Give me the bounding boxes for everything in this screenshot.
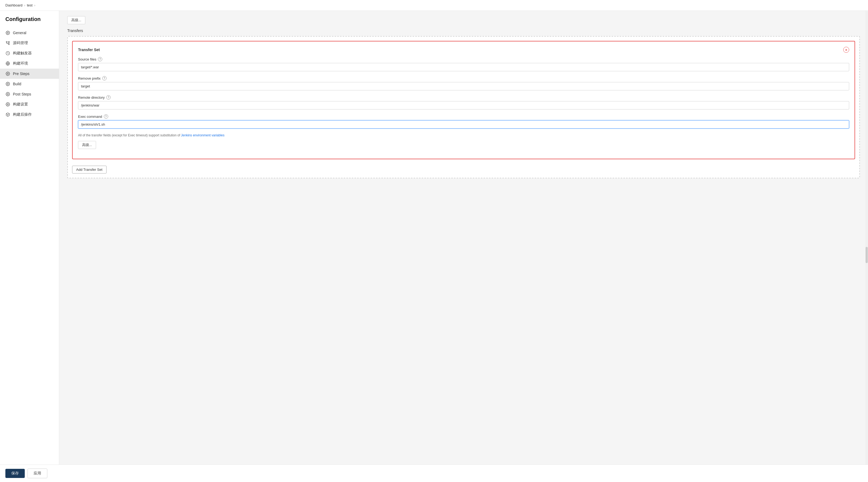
remove-prefix-input[interactable] [78, 82, 849, 90]
svg-point-0 [7, 32, 8, 33]
main-content: 高级... Transfers Transfer Set × Source fi… [59, 11, 868, 482]
sidebar-item-post-steps[interactable]: Post Steps [0, 89, 59, 99]
sidebar-item-source-mgmt-label: 源码管理 [13, 41, 28, 45]
source-files-input[interactable] [78, 63, 849, 71]
sidebar-item-pre-steps-label: Pre Steps [13, 71, 29, 76]
source-files-help-icon[interactable]: ? [98, 57, 102, 61]
top-adv-button[interactable]: 高级... [67, 16, 85, 24]
breadcrumb-sep-1: › [24, 3, 25, 7]
sidebar-item-build-trigger[interactable]: 构建触发器 [0, 48, 59, 58]
scrollbar-thumb[interactable] [866, 247, 868, 263]
sidebar-item-source-mgmt[interactable]: 源码管理 [0, 38, 59, 48]
sidebar-item-pre-steps[interactable]: Pre Steps [0, 69, 59, 79]
post-steps-gear-icon [5, 92, 10, 97]
svg-point-8 [7, 84, 8, 85]
source-files-label-row: Source files ? [78, 57, 849, 61]
transfers-label: Transfers [67, 29, 860, 33]
sidebar-item-build-trigger-label: 构建触发器 [13, 51, 32, 56]
transfer-set-adv-button[interactable]: 高级... [78, 141, 96, 149]
save-button[interactable]: 保存 [5, 469, 25, 478]
sidebar-item-build-env-label: 构建环境 [13, 61, 28, 66]
gear-icon [5, 30, 10, 35]
box-icon [5, 112, 10, 117]
svg-point-1 [6, 41, 7, 42]
remove-prefix-label-row: Remove prefix ? [78, 76, 849, 81]
remove-prefix-help-icon[interactable]: ? [102, 76, 106, 81]
sidebar-item-post-build-label: 构建后操作 [13, 112, 32, 117]
apply-button[interactable]: 应用 [27, 469, 48, 478]
sidebar-title: Configuration [0, 16, 59, 28]
breadcrumb-test[interactable]: test [27, 3, 33, 7]
branch-icon [5, 41, 10, 45]
hint-text: All of the transfer fields (except for E… [78, 133, 849, 137]
clock-icon [5, 51, 10, 56]
add-transfer-set-button[interactable]: Add Transfer Set [72, 166, 106, 173]
sidebar-item-build-label: Build [13, 82, 21, 86]
remote-directory-group: Remote directory ? [78, 95, 849, 109]
source-files-label: Source files [78, 57, 96, 61]
breadcrumb-sep-2: › [34, 3, 35, 7]
footer-bar: 保存 应用 [0, 464, 868, 482]
breadcrumb-dashboard[interactable]: Dashboard [5, 3, 23, 7]
sidebar-item-build-settings[interactable]: 构建设置 [0, 99, 59, 109]
exec-command-input[interactable] [78, 120, 849, 129]
transfer-set-header: Transfer Set × [78, 47, 849, 53]
exec-command-label-row: Exec command ? [78, 114, 849, 119]
exec-command-help-icon[interactable]: ? [104, 114, 108, 119]
scrollbar-track [865, 11, 868, 482]
remove-prefix-label: Remove prefix [78, 76, 101, 81]
remote-directory-label: Remote directory [78, 95, 105, 99]
exec-command-group: Exec command ? [78, 114, 849, 129]
svg-point-10 [7, 104, 8, 105]
pre-steps-gear-icon [5, 71, 10, 76]
transfer-set-box: Transfer Set × Source files ? Remove pre… [72, 41, 855, 159]
sidebar-item-build-env[interactable]: 构建环境 [0, 58, 59, 69]
sidebar-item-build-settings-label: 构建设置 [13, 102, 28, 107]
remove-prefix-group: Remove prefix ? [78, 76, 849, 90]
sidebar-item-general-label: General [13, 31, 26, 35]
exec-command-label: Exec command [78, 115, 102, 119]
svg-point-2 [8, 43, 9, 45]
remote-directory-input[interactable] [78, 101, 849, 109]
build-settings-gear-icon [5, 102, 10, 107]
svg-point-7 [7, 73, 8, 74]
transfers-container: Transfer Set × Source files ? Remove pre… [67, 36, 860, 178]
sidebar-item-post-build[interactable]: 构建后操作 [0, 109, 59, 120]
sidebar-item-general[interactable]: General [0, 28, 59, 38]
build-gear-icon [5, 82, 10, 86]
sidebar: Configuration General 源码管理 构建触发器 构建环境 [0, 11, 59, 482]
jenkins-env-vars-link[interactable]: Jenkins environment variables [181, 133, 224, 137]
transfer-set-title: Transfer Set [78, 47, 100, 52]
sidebar-item-post-steps-label: Post Steps [13, 92, 31, 96]
sidebar-item-build[interactable]: Build [0, 79, 59, 89]
transfer-set-close-button[interactable]: × [843, 47, 849, 53]
remote-directory-help-icon[interactable]: ? [106, 95, 111, 99]
svg-point-9 [7, 94, 8, 95]
source-files-group: Source files ? [78, 57, 849, 71]
breadcrumb: Dashboard › test › [0, 0, 868, 11]
globe-icon [5, 61, 10, 66]
remote-directory-label-row: Remote directory ? [78, 95, 849, 99]
